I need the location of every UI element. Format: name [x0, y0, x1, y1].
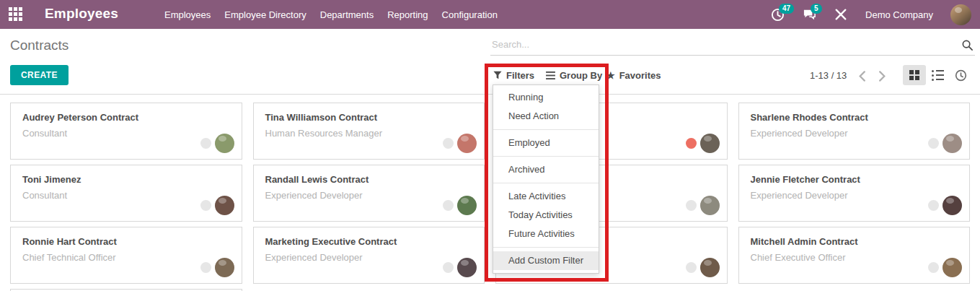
create-button[interactable]: CREATE [10, 65, 69, 85]
contract-card[interactable]: Ronnie Hart Contract Chief Technical Off… [10, 227, 242, 284]
menu-item-employee-directory[interactable]: Employee Directory [224, 9, 306, 20]
contract-card[interactable]: Audrey Peterson Contract Consultant [10, 103, 242, 160]
contract-card[interactable]: Tina Williamson Contract Human Resources… [253, 103, 485, 160]
activity-status-dot-overdue[interactable] [686, 138, 697, 149]
activity-status-dot[interactable] [686, 200, 697, 211]
card-title: Randall Lewis Contract [265, 174, 473, 185]
content-divider [0, 94, 980, 95]
employee-avatar[interactable] [943, 134, 962, 153]
app-window: Employees Employees Employee Directory D… [0, 0, 980, 291]
app-title: Employees [45, 6, 118, 22]
card-title: Jennie Fletcher Contract [751, 174, 958, 185]
filter-option-today-activities[interactable]: Today Activities [493, 206, 599, 225]
activity-status-dot[interactable] [200, 262, 211, 273]
activity-status-dot[interactable] [200, 200, 211, 211]
employee-avatar[interactable] [700, 258, 720, 277]
contract-card[interactable]: Sharlene Rhodes Contract Experienced Dev… [738, 103, 971, 160]
activity-status-dot[interactable] [443, 200, 454, 211]
contract-card[interactable]: Toni Jimenez Consultant [10, 165, 242, 222]
company-switcher[interactable]: Demo Company [865, 9, 933, 20]
activities-icon[interactable]: 47 [770, 7, 785, 22]
pager-next-button[interactable] [875, 69, 889, 83]
user-avatar[interactable] [950, 4, 971, 25]
card-job-title: Consultant [22, 128, 230, 139]
card-job-title: Human Resources Manager [265, 128, 473, 139]
menu-item-employees[interactable]: Employees [164, 9, 211, 20]
card-job-title: Chief Technical Officer [22, 252, 230, 263]
employee-avatar[interactable] [943, 258, 962, 277]
employee-avatar[interactable] [215, 258, 234, 277]
page-title: Contracts [10, 38, 69, 53]
employee-avatar[interactable] [700, 134, 720, 153]
filter-option-need-action[interactable]: Need Action [493, 107, 599, 126]
group-by-toggle[interactable]: Group By [546, 65, 602, 85]
employee-avatar[interactable] [457, 196, 477, 215]
contract-card[interactable]: Jennie Fletcher Contract Experienced Dev… [738, 165, 971, 222]
card-job-title: Chief Executive Officer [751, 252, 958, 263]
contract-card[interactable]: Marketing Executive Contract Experienced… [253, 227, 485, 284]
menu-divider [493, 247, 599, 248]
filter-option-employed[interactable]: Employed [493, 134, 599, 152]
menu-divider [493, 129, 599, 130]
menu-divider [493, 156, 599, 157]
employee-avatar[interactable] [215, 134, 234, 153]
filters-toggle[interactable]: Filters [493, 65, 534, 85]
card-job-title: Experienced Developer [751, 190, 958, 201]
top-navbar: Employees Employees Employee Directory D… [0, 0, 980, 29]
systray: 47 5 Demo Company [770, 0, 971, 29]
menu-item-reporting[interactable]: Reporting [387, 9, 428, 20]
pager-previous-button[interactable] [855, 69, 869, 83]
employee-avatar[interactable] [457, 134, 477, 153]
card-title: Toni Jimenez [22, 174, 230, 185]
activity-status-dot[interactable] [443, 138, 454, 149]
filters-label: Filters [506, 70, 534, 81]
card-job-title: Experienced Developer [265, 252, 473, 263]
messages-icon[interactable]: 5 [802, 7, 816, 22]
kanban-view-button[interactable] [903, 65, 926, 85]
search-input[interactable] [490, 36, 952, 53]
employee-avatar[interactable] [700, 196, 720, 215]
view-switcher [903, 65, 972, 85]
activity-status-dot[interactable] [928, 138, 939, 149]
filter-option-future-activities[interactable]: Future Activities [493, 225, 599, 243]
menu-item-departments[interactable]: Departments [320, 9, 374, 20]
group-by-bars-icon [546, 71, 555, 79]
crossed-tools-icon [834, 8, 847, 21]
card-title: Tina Williamson Contract [265, 112, 473, 123]
filter-option-late-activities[interactable]: Late Activities [493, 187, 599, 206]
list-view-button[interactable] [926, 65, 949, 85]
card-title: Ronnie Hart Contract [22, 236, 230, 247]
activity-status-dot[interactable] [928, 262, 939, 273]
main-menu: Employees Employee Directory Departments… [164, 0, 498, 29]
search-bar [490, 36, 975, 56]
menu-divider [493, 183, 599, 183]
activity-status-dot[interactable] [928, 200, 939, 211]
favorites-toggle[interactable]: ★ Favorites [606, 65, 661, 85]
activity-view-button[interactable] [949, 65, 972, 85]
employee-avatar[interactable] [457, 258, 477, 277]
employee-avatar[interactable] [943, 196, 962, 215]
chevron-right-icon [878, 71, 886, 82]
activity-status-dot[interactable] [200, 138, 211, 149]
kanban-icon [909, 70, 919, 80]
filter-option-running[interactable]: Running [493, 88, 599, 107]
card-job-title: Experienced Developer [265, 190, 473, 201]
contract-card[interactable]: Mitchell Admin Contract Chief Executive … [738, 227, 971, 284]
card-title: Marketing Executive Contract [265, 236, 473, 247]
filter-option-add-custom-filter[interactable]: Add Custom Filter [493, 251, 599, 270]
list-icon [932, 70, 944, 81]
filter-funnel-icon [493, 71, 502, 79]
chevron-left-icon [858, 71, 866, 82]
search-icon[interactable] [961, 39, 974, 54]
activity-status-dot[interactable] [686, 262, 697, 273]
employee-avatar[interactable] [215, 196, 234, 215]
star-icon: ★ [606, 70, 615, 81]
tools-icon[interactable] [834, 7, 848, 22]
kanban-grid: Audrey Peterson Contract Consultant Tina… [10, 103, 970, 291]
card-title: Sharlene Rhodes Contract [751, 112, 958, 123]
contract-card[interactable]: Randall Lewis Contract Experienced Devel… [253, 165, 485, 222]
filter-option-archived[interactable]: Archived [493, 160, 599, 179]
activity-status-dot[interactable] [443, 262, 454, 273]
menu-item-configuration[interactable]: Configuration [442, 9, 498, 20]
apps-grid-icon[interactable] [9, 7, 25, 23]
